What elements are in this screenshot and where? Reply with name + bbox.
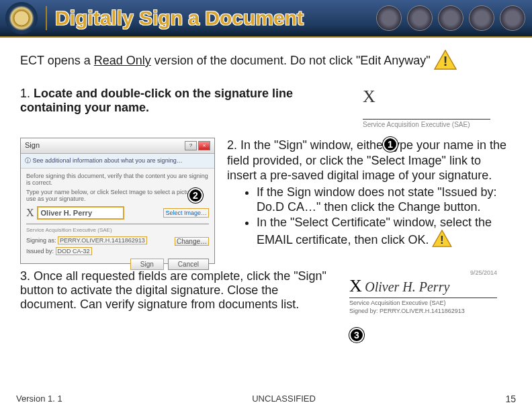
header-bar: Digitally Sign a Document	[0, 0, 532, 38]
callout-2: 2	[188, 188, 203, 203]
callout-3: 3	[349, 328, 364, 342]
header-divider	[46, 6, 47, 30]
page-title: Digitally Sign a Document	[55, 7, 304, 30]
classification-label: UNCLASSIFIED	[252, 394, 316, 404]
slide-content: ECT opens a Read Only version of the doc…	[0, 38, 532, 327]
step-1-row: 1. Locate and double-click on the signat…	[20, 87, 512, 128]
dod-seal-icon	[5, 2, 38, 34]
seal-icon	[376, 5, 402, 31]
callout-1: 1	[383, 137, 398, 152]
version-label: Version 1. 1	[16, 394, 62, 404]
sign-dialog: Sign ? × ⓘ See additional information ab…	[20, 138, 215, 264]
seal-icon	[438, 5, 463, 31]
help-button[interactable]: ?	[185, 141, 197, 150]
step-1-text: 1. Locate and double-click on the signat…	[20, 87, 349, 115]
page-number: 15	[505, 394, 516, 404]
step-3-text: 3. Once all requested fields are complet…	[20, 269, 336, 312]
signature-placeholder: X Service Acquisition Executive (SAE)	[363, 87, 490, 128]
intro-text: ECT opens a Read Only version of the doc…	[20, 50, 512, 73]
dialog-titlebar: Sign ? ×	[21, 138, 214, 154]
step-2-row: Sign ? × ⓘ See additional information ab…	[20, 138, 512, 264]
signature-line	[363, 119, 490, 120]
change-button[interactable]: Change…	[175, 237, 209, 246]
cert-name: PERRY.OLIVER.H.1411862913	[58, 236, 147, 244]
signature-name-input[interactable]: Oliver H. Perry	[37, 206, 124, 220]
warning-icon: !	[432, 230, 452, 251]
seal-icon	[500, 5, 525, 31]
seal-icon	[407, 5, 433, 31]
seal-icon	[469, 5, 494, 31]
footer: Version 1. 1 UNCLASSIFIED 15	[0, 394, 532, 404]
close-button[interactable]: ×	[198, 141, 210, 150]
svg-text:!: !	[441, 233, 445, 246]
svg-text:!: !	[443, 54, 447, 68]
select-image-link[interactable]: Select Image…	[163, 208, 209, 218]
sign-button[interactable]: Sign	[130, 259, 164, 270]
branch-seals	[376, 5, 532, 31]
cancel-button[interactable]: Cancel	[168, 259, 209, 270]
issuer-name: DOD CA-32	[56, 247, 92, 255]
signed-signature-block: 9/25/2014 X Oliver H. Perry Service Acqu…	[349, 269, 497, 315]
step-3-row: 3. Once all requested fields are complet…	[20, 269, 512, 315]
step-2-text: 2. In the "Sign" window, either type you…	[227, 138, 512, 264]
dialog-info: ⓘ See additional information about what …	[21, 154, 214, 169]
warning-icon: !	[434, 50, 457, 73]
